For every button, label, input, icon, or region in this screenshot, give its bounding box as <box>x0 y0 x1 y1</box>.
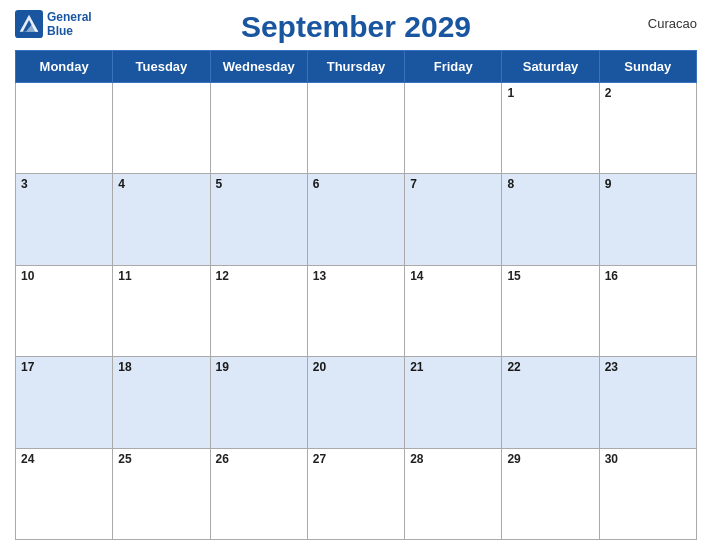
day-number: 4 <box>118 177 125 191</box>
calendar-cell: 11 <box>113 265 210 356</box>
day-number: 17 <box>21 360 34 374</box>
day-number: 18 <box>118 360 131 374</box>
calendar-cell: 26 <box>210 448 307 539</box>
day-number: 2 <box>605 86 612 100</box>
calendar-cell <box>113 83 210 174</box>
calendar-cell <box>307 83 404 174</box>
calendar-cell: 10 <box>16 265 113 356</box>
day-number: 22 <box>507 360 520 374</box>
day-number: 16 <box>605 269 618 283</box>
day-number: 12 <box>216 269 229 283</box>
calendar-cell: 27 <box>307 448 404 539</box>
day-number: 27 <box>313 452 326 466</box>
logo-line1: General <box>47 10 92 24</box>
calendar-cell: 3 <box>16 174 113 265</box>
page-header: General Blue September 2029 Curacao <box>15 10 697 44</box>
day-number: 21 <box>410 360 423 374</box>
day-number: 23 <box>605 360 618 374</box>
calendar-cell: 5 <box>210 174 307 265</box>
logo-text: General Blue <box>47 10 92 39</box>
calendar-cell: 19 <box>210 357 307 448</box>
calendar-cell: 25 <box>113 448 210 539</box>
calendar-week-row: 10111213141516 <box>16 265 697 356</box>
calendar-cell <box>16 83 113 174</box>
day-number: 26 <box>216 452 229 466</box>
col-friday: Friday <box>405 51 502 83</box>
day-number: 5 <box>216 177 223 191</box>
day-number: 29 <box>507 452 520 466</box>
logo: General Blue <box>15 10 92 39</box>
day-number: 13 <box>313 269 326 283</box>
calendar-cell: 30 <box>599 448 696 539</box>
col-saturday: Saturday <box>502 51 599 83</box>
col-tuesday: Tuesday <box>113 51 210 83</box>
calendar-cell: 4 <box>113 174 210 265</box>
day-number: 6 <box>313 177 320 191</box>
calendar-cell: 2 <box>599 83 696 174</box>
calendar-cell: 18 <box>113 357 210 448</box>
day-number: 7 <box>410 177 417 191</box>
calendar-cell: 12 <box>210 265 307 356</box>
logo-icon <box>15 10 43 38</box>
col-sunday: Sunday <box>599 51 696 83</box>
calendar-cell: 9 <box>599 174 696 265</box>
calendar-page: General Blue September 2029 Curacao Mond… <box>0 0 712 550</box>
calendar-week-row: 24252627282930 <box>16 448 697 539</box>
day-number: 15 <box>507 269 520 283</box>
calendar-cell: 23 <box>599 357 696 448</box>
calendar-week-row: 12 <box>16 83 697 174</box>
day-number: 24 <box>21 452 34 466</box>
calendar-cell: 24 <box>16 448 113 539</box>
day-number: 25 <box>118 452 131 466</box>
calendar-cell: 14 <box>405 265 502 356</box>
day-number: 11 <box>118 269 131 283</box>
day-number: 30 <box>605 452 618 466</box>
page-title: September 2029 <box>241 10 471 44</box>
calendar-cell: 22 <box>502 357 599 448</box>
day-number: 8 <box>507 177 514 191</box>
calendar-cell: 20 <box>307 357 404 448</box>
calendar-cell: 8 <box>502 174 599 265</box>
day-number: 28 <box>410 452 423 466</box>
calendar-cell: 7 <box>405 174 502 265</box>
calendar-cell: 6 <box>307 174 404 265</box>
calendar-cell: 13 <box>307 265 404 356</box>
day-number: 19 <box>216 360 229 374</box>
day-number: 20 <box>313 360 326 374</box>
calendar-cell <box>210 83 307 174</box>
day-number: 9 <box>605 177 612 191</box>
col-monday: Monday <box>16 51 113 83</box>
day-number: 14 <box>410 269 423 283</box>
calendar-cell: 1 <box>502 83 599 174</box>
calendar-cell: 15 <box>502 265 599 356</box>
day-number: 3 <box>21 177 28 191</box>
calendar-cell <box>405 83 502 174</box>
calendar-cell: 16 <box>599 265 696 356</box>
day-number: 10 <box>21 269 34 283</box>
calendar-cell: 17 <box>16 357 113 448</box>
weekday-header-row: Monday Tuesday Wednesday Thursday Friday… <box>16 51 697 83</box>
logo-line2: Blue <box>47 24 73 38</box>
col-wednesday: Wednesday <box>210 51 307 83</box>
calendar-week-row: 17181920212223 <box>16 357 697 448</box>
calendar-week-row: 3456789 <box>16 174 697 265</box>
day-number: 1 <box>507 86 514 100</box>
calendar-cell: 29 <box>502 448 599 539</box>
calendar-table: Monday Tuesday Wednesday Thursday Friday… <box>15 50 697 540</box>
calendar-cell: 21 <box>405 357 502 448</box>
region-label: Curacao <box>648 16 697 31</box>
col-thursday: Thursday <box>307 51 404 83</box>
calendar-cell: 28 <box>405 448 502 539</box>
